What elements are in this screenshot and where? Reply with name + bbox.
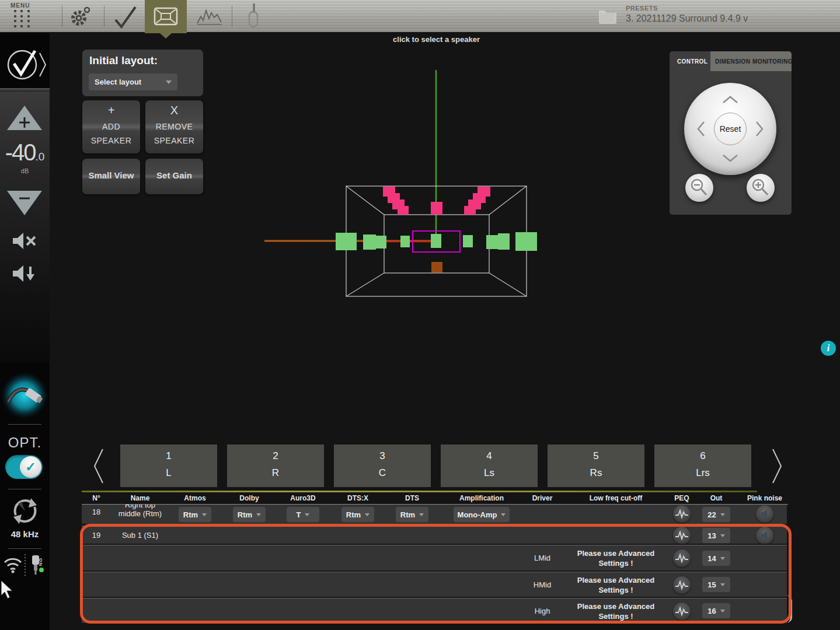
speaker-icon [759,530,770,541]
driver-label: LMid [534,554,550,562]
chevron-down-icon [720,557,725,560]
chevron-down-icon [720,513,725,516]
tabs-scroll-left-button[interactable] [91,448,106,484]
microphone-icon[interactable] [244,2,262,32]
speaker-tab-4[interactable]: 4 Ls [441,444,538,487]
top-toolbar: MENU [0,0,840,33]
add-speaker-button[interactable]: + ADD SPEAKER [82,100,140,153]
xlr-input-icon[interactable] [0,372,50,419]
col-header-driver: Driver [532,494,553,502]
table-row-high[interactable]: High Please use Advanced Settings ! 16 [82,598,787,623]
peq-button[interactable] [673,505,691,523]
tab-monitoring[interactable]: MONITORING [752,51,793,71]
mic-on-label: ON [38,558,43,566]
auro3d-dropdown[interactable]: T [287,507,319,522]
dim-button[interactable] [12,264,39,284]
optical-toggle[interactable]: ✓ [5,455,43,479]
peq-button[interactable] [673,527,691,544]
peq-button[interactable] [673,603,691,620]
out-dropdown[interactable]: 14 [702,551,730,566]
reset-label: Reset [720,124,741,134]
presets-group[interactable]: PRESETS 3. 20211129 Surround 9.4.9 v [597,5,748,26]
layout-select-value: Select layout [95,78,141,86]
reset-view-button[interactable]: Reset [714,113,747,145]
brand-logo [5,46,48,82]
out-dropdown[interactable]: 15 [702,577,730,592]
speaker-tab-2[interactable]: 2 R [227,444,324,487]
row-num: 18 [92,508,100,516]
col-header-name: Name [131,494,150,502]
amplification-dropdown[interactable]: Mono-Amp [454,507,510,522]
table-row-hmid[interactable]: HMid Please use Advanced Settings ! 15 [82,572,787,597]
speaker-tab-label: Lrs [654,467,751,479]
chevron-down-icon [166,80,172,84]
settings-gear-icon[interactable] [68,5,92,29]
magnifier-minus-icon [685,174,713,202]
set-gain-button[interactable]: Set Gain [145,159,203,194]
col-header-out: Out [710,494,723,502]
atmos-dropdown[interactable]: Rtm [179,507,211,522]
speaker-tab-6[interactable]: 6 Lrs [654,444,751,487]
speaker-tab-1[interactable]: 1 L [120,444,217,487]
out-dropdown[interactable]: 16 [702,603,730,618]
pink-noise-button[interactable] [756,505,773,523]
peq-curve-icon [675,509,689,519]
speaker-tab-label: R [227,467,324,479]
mute-button[interactable] [12,232,39,250]
col-header-dts: DTS [405,494,419,502]
calibration-check-icon[interactable] [112,5,139,29]
col-header-dtsx: DTS:X [347,494,368,502]
speaker-tab-3[interactable]: 3 C [334,444,431,487]
chevron-down-icon [305,513,309,516]
peq-curve-icon [675,606,689,617]
out-dropdown[interactable]: 22 [702,507,730,522]
tab-dimension[interactable]: DIMENSION [715,51,750,71]
add-speaker-label-2: SPEAKER [82,136,140,145]
clock-sync-icon[interactable] [10,496,40,526]
out-dropdown[interactable]: 13 [702,528,730,543]
chevron-down-icon [419,513,424,516]
peq-button[interactable] [673,550,691,567]
dts-dropdown[interactable]: Rtm [396,507,428,522]
tab-control[interactable]: CONTROL [677,51,707,71]
pink-noise-button[interactable] [756,527,773,544]
col-header-amplification: Amplification [459,494,504,502]
waveform-graph-icon[interactable] [195,5,224,30]
table-row-19[interactable]: 19 Sub 1 (S1) 13 [82,526,787,544]
volume-up-button[interactable] [6,104,43,131]
small-view-button[interactable]: Small View [82,159,140,194]
volume-db-value: -40 [5,139,36,165]
peq-button[interactable] [673,576,691,594]
surround-speakers-green [336,232,537,251]
plus-icon: + [82,104,140,117]
speaker-tab-label: Rs [548,467,644,479]
tabs-scroll-right-button[interactable] [769,448,785,484]
col-header-pinknoise: Pink noise [747,494,782,502]
room-3d-view[interactable] [233,58,560,303]
wifi-icon[interactable] [2,555,23,574]
info-button[interactable]: i [821,341,836,356]
table-row-18[interactable]: 18 Right top middle (Rtm) Rtm Rtm T Rtm … [82,505,787,524]
zoom-out-button[interactable] [685,174,713,202]
layout-select-dropdown[interactable]: Select layout [89,74,177,90]
volume-db-unit: dB [0,167,50,174]
dtsx-dropdown[interactable]: Rtm [341,507,374,522]
speaker-setup-tab-active[interactable] [145,0,187,33]
toolbar-separator [62,6,62,27]
subwoofer-brown [431,262,442,272]
presets-label: PRESETS [626,5,748,12]
folder-icon [597,5,619,26]
sample-rate-label: 48 kHz [0,529,50,539]
table-row-lmid[interactable]: LMid Please use Advanced Settings ! 14 [82,545,787,570]
speaker-tab-5[interactable]: 5 Rs [548,444,644,487]
left-sidebar: -40.0 dB OPT. ✓ [0,33,50,630]
menu-grid-icon[interactable] [14,10,34,30]
zoom-in-button[interactable] [747,174,775,202]
volume-down-button[interactable] [6,190,43,216]
chevron-down-icon [720,534,725,537]
remove-speaker-button[interactable]: X REMOVE SPEAKER [145,100,203,153]
dolby-dropdown[interactable]: Rtm [233,507,266,522]
view-dpad[interactable]: Reset [684,83,776,175]
sidebar-divider [8,424,41,425]
col-header-dolby: Dolby [239,494,259,502]
